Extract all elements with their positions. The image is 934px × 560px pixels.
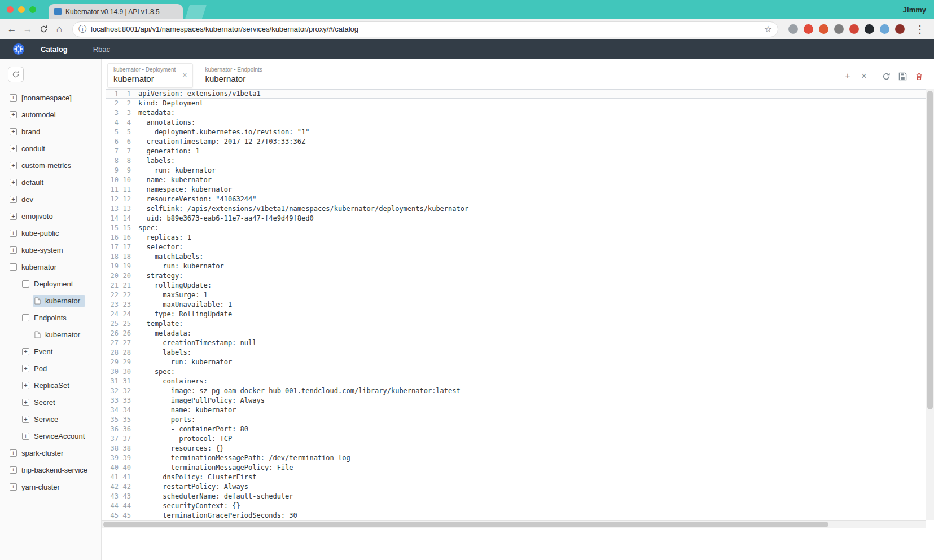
expand-icon[interactable]: +	[10, 246, 17, 254]
editor-line[interactable]: 88 labels:	[106, 156, 934, 166]
editor-line[interactable]: 1212 resourceVersion: "41063244"	[106, 195, 934, 204]
editor-line[interactable]: 4040 terminationMessagePolicy: File	[106, 463, 934, 473]
site-info-icon[interactable]: ⓘ	[78, 24, 86, 34]
tree-item-custom-metrics[interactable]: +custom-metrics	[0, 157, 101, 174]
editor-line[interactable]: 77 generation: 1	[106, 147, 934, 156]
tree-item-yarn-cluster[interactable]: +yarn-cluster	[0, 478, 101, 495]
expand-icon[interactable]: +	[10, 483, 17, 491]
tree-item-pod[interactable]: +Pod	[0, 360, 101, 377]
editor-line[interactable]: 4545 terminationGracePeriodSeconds: 30	[106, 511, 934, 520]
tree-item-kubernator[interactable]: kubernator	[0, 292, 101, 309]
editor-line[interactable]: 2020 strategy:	[106, 271, 934, 281]
tree-item-trip-backend-service[interactable]: +trip-backend-service	[0, 461, 101, 478]
resource-tab-kubernator-endpoints[interactable]: kubernator • Endpointskubernator	[199, 63, 268, 88]
resource-tab-kubernator-deployment[interactable]: kubernator • Deploymentkubernator×	[107, 63, 193, 88]
tree-item-service[interactable]: +Service	[0, 411, 101, 427]
expand-icon[interactable]: +	[10, 213, 17, 220]
editor-line[interactable]: 1717 selector:	[106, 242, 934, 252]
expand-icon[interactable]: +	[10, 111, 17, 118]
tree-item-spark-cluster[interactable]: +spark-cluster	[0, 444, 101, 461]
editor-line[interactable]: 3838 resources: {}	[106, 444, 934, 453]
editor-line[interactable]: 1919 run: kubernator	[106, 262, 934, 271]
close-window-button[interactable]	[7, 6, 14, 13]
expand-icon[interactable]: +	[22, 382, 29, 389]
expand-icon[interactable]: +	[22, 433, 29, 440]
editor-line[interactable]: 4343 schedulerName: default-scheduler	[106, 492, 934, 501]
browser-menu-icon[interactable]: ⋮	[910, 23, 929, 36]
editor-line[interactable]: 3939 terminationMessagePath: /dev/termin…	[106, 453, 934, 463]
expand-icon[interactable]: +	[10, 94, 17, 102]
editor-line[interactable]: 33metadata:	[106, 108, 934, 118]
expand-icon[interactable]: +	[22, 399, 29, 406]
extension-icon[interactable]	[819, 24, 828, 34]
editor-line[interactable]: 3636 - containerPort: 80	[106, 425, 934, 434]
editor-line[interactable]: 55 deployment.kubernetes.io/revision: "1…	[106, 127, 934, 137]
tree-item-automodel[interactable]: +automodel	[0, 106, 101, 123]
expand-icon[interactable]: +	[10, 162, 17, 169]
back-icon[interactable]: ←	[5, 22, 19, 37]
home-icon[interactable]: ⌂	[52, 22, 67, 37]
reload-icon[interactable]	[36, 22, 51, 37]
expand-icon[interactable]: +	[10, 230, 17, 237]
delete-resource-button[interactable]	[914, 71, 924, 81]
expand-icon[interactable]: +	[22, 348, 29, 355]
new-tab-button[interactable]	[185, 5, 207, 19]
editor-line[interactable]: 4444 securityContext: {}	[106, 501, 934, 511]
editor-line[interactable]: 1313 selfLink: /apis/extensions/v1beta1/…	[106, 204, 934, 214]
add-tab-button[interactable]: +	[843, 71, 853, 81]
zoom-window-button[interactable]	[29, 6, 36, 13]
tab-close-icon[interactable]: ×	[182, 70, 187, 80]
editor-line[interactable]: 3333 imagePullPolicy: Always	[106, 396, 934, 405]
tree-item-emojivoto[interactable]: +emojivoto	[0, 208, 101, 224]
tree-item-event[interactable]: +Event	[0, 343, 101, 360]
editor-line[interactable]: 3434 name: kubernator	[106, 405, 934, 415]
extension-icon[interactable]	[880, 24, 889, 34]
editor-line[interactable]: 3535 ports:	[106, 415, 934, 425]
editor-line[interactable]: 1414 uid: b89e3673-eab6-11e7-aa47-f4e9d4…	[106, 214, 934, 223]
profile-name[interactable]: Jimmy	[903, 6, 926, 14]
browser-tab[interactable]: Kubernator v0.14.9 | API v1.8.5	[49, 4, 183, 19]
editor-line[interactable]: 2525 template:	[106, 319, 934, 329]
editor-line[interactable]: 4141 dnsPolicy: ClusterFirst	[106, 473, 934, 482]
editor-line[interactable]: 1616 replicas: 1	[106, 233, 934, 242]
expand-icon[interactable]: +	[10, 196, 17, 203]
editor-line[interactable]: 1111 namespace: kubernator	[106, 185, 934, 195]
nav-item-rbac[interactable]: Rbac	[93, 45, 110, 54]
tree-item-nonamespace[interactable]: +[nonamespace]	[0, 89, 101, 106]
editor-line[interactable]: 44 annotations:	[106, 118, 934, 127]
editor-line[interactable]: 1010 name: kubernator	[106, 175, 934, 185]
editor-line[interactable]: 2121 rollingUpdate:	[106, 281, 934, 290]
expand-icon[interactable]: +	[10, 449, 17, 457]
expand-icon[interactable]: +	[10, 145, 17, 152]
editor-horizontal-scrollbar[interactable]	[102, 520, 926, 528]
expand-icon[interactable]: +	[10, 179, 17, 186]
minimize-window-button[interactable]	[18, 6, 25, 13]
extension-icon[interactable]	[804, 24, 813, 34]
editor-line[interactable]: 2424 type: RollingUpdate	[106, 310, 934, 319]
tree-item-brand[interactable]: +brand	[0, 123, 101, 140]
tree-item-kube-public[interactable]: +kube-public	[0, 224, 101, 241]
tree-item-serviceaccount[interactable]: +ServiceAccount	[0, 427, 101, 444]
horizontal-scrollbar-thumb[interactable]	[103, 522, 828, 527]
editor-line[interactable]: 11apiVersion: extensions/v1beta1	[106, 89, 934, 99]
editor-vertical-scrollbar[interactable]	[926, 89, 934, 520]
tree-item-default[interactable]: +default	[0, 174, 101, 191]
editor-line[interactable]: 99 run: kubernator	[106, 166, 934, 175]
tree-item-secret[interactable]: +Secret	[0, 394, 101, 411]
extension-icon[interactable]	[834, 24, 844, 34]
editor-line[interactable]: 2323 maxUnavailable: 1	[106, 300, 934, 310]
address-bar[interactable]: ⓘ localhost:8001/api/v1/namespaces/kuber…	[72, 21, 778, 37]
yaml-editor[interactable]: 11apiVersion: extensions/v1beta122kind: …	[102, 89, 934, 528]
extension-icon[interactable]	[849, 24, 859, 34]
editor-line[interactable]: 1515spec:	[106, 223, 934, 233]
save-resource-button[interactable]	[897, 71, 907, 81]
collapse-icon[interactable]: −	[22, 314, 29, 321]
editor-line[interactable]: 2828 labels:	[106, 348, 934, 358]
tree-item-dev[interactable]: +dev	[0, 191, 101, 208]
editor-line[interactable]: 3030 spec:	[106, 367, 934, 377]
editor-line[interactable]: 66 creationTimestamp: 2017-12-27T03:33:3…	[106, 137, 934, 147]
tree-item-kubernator[interactable]: −kubernator	[0, 258, 101, 275]
tree-item-kube-system[interactable]: +kube-system	[0, 241, 101, 258]
tree-item-replicaset[interactable]: +ReplicaSet	[0, 377, 101, 394]
extension-icon[interactable]	[895, 24, 905, 34]
